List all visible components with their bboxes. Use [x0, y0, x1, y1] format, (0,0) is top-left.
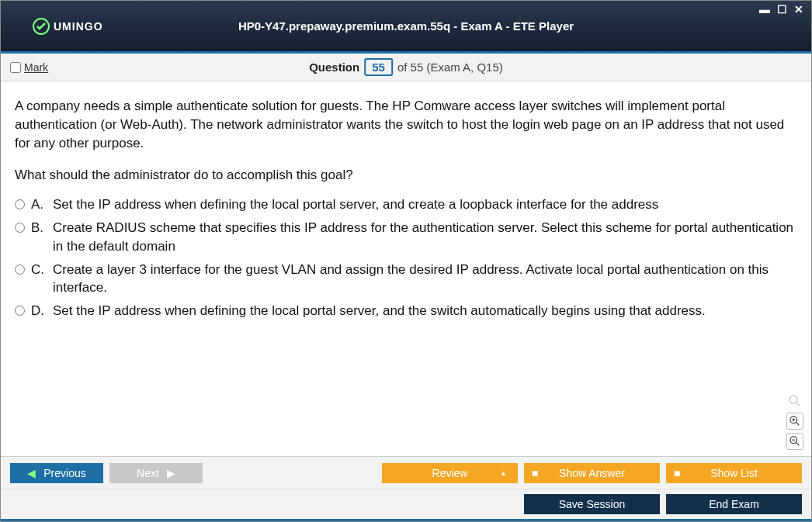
search-icon[interactable]: [786, 392, 803, 410]
mark-label-underline: M: [24, 61, 33, 74]
option-c-radio[interactable]: [15, 264, 25, 275]
option-a[interactable]: A.Set the IP address when defining the l…: [15, 195, 797, 214]
close-icon[interactable]: ✕: [793, 4, 805, 15]
footer-session: Save Session End Exam: [1, 489, 811, 521]
square-icon: ■: [674, 467, 680, 479]
toolbar: Mark Question 55 of 55 (Exam A, Q15): [1, 54, 811, 81]
mark-checkbox[interactable]: Mark: [10, 61, 48, 74]
square-icon: ■: [532, 467, 538, 479]
zoom-in-icon[interactable]: [786, 413, 803, 430]
footer-nav: ◀Previous Next▶ Review▲ ■Show Answer ■Sh…: [1, 456, 811, 489]
window-title: HP0-Y47.prepaway.premium.exam.55q - Exam…: [238, 19, 574, 33]
option-d[interactable]: D.Set the IP address when defining the l…: [15, 302, 797, 320]
next-button[interactable]: Next▶: [109, 463, 203, 483]
content-area: A company needs a simple authenticate so…: [1, 81, 811, 456]
option-a-radio[interactable]: [15, 199, 25, 209]
svg-line-2: [796, 403, 800, 406]
option-d-radio[interactable]: [15, 306, 25, 316]
question-prompt: A company needs a simple authenticate so…: [15, 97, 797, 152]
question-indicator: Question 55 of 55 (Exam A, Q15): [309, 58, 503, 76]
svg-line-4: [796, 423, 800, 426]
zoom-out-icon[interactable]: [786, 433, 803, 450]
chevron-left-icon: ◀: [27, 467, 36, 479]
question-total: of 55 (Exam A, Q15): [397, 60, 503, 74]
window-controls: ▬ ☐ ✕: [758, 4, 805, 15]
option-b[interactable]: B.Create RADIUS scheme that specifies th…: [15, 219, 797, 256]
zoom-tools: [786, 392, 803, 450]
review-button[interactable]: Review▲: [382, 463, 518, 483]
mark-label-rest: ark: [33, 61, 48, 74]
mark-checkbox-input[interactable]: [10, 62, 21, 73]
question-text: What should the administrator do to acco…: [15, 166, 797, 185]
triangle-up-icon: ▲: [500, 469, 507, 477]
show-list-button[interactable]: ■Show List: [666, 463, 802, 483]
logo-check-icon: [32, 17, 50, 36]
maximize-icon[interactable]: ☐: [776, 4, 788, 15]
show-answer-button[interactable]: ■Show Answer: [524, 463, 660, 483]
option-c[interactable]: C.Create a layer 3 interface for the gue…: [15, 261, 797, 298]
svg-point-1: [789, 396, 797, 403]
options-list: A.Set the IP address when defining the l…: [15, 195, 797, 320]
question-number-box: 55: [364, 58, 393, 76]
option-b-radio[interactable]: [15, 223, 25, 233]
titlebar: UMINGO HP0-Y47.prepaway.premium.exam.55q…: [1, 1, 811, 54]
chevron-right-icon: ▶: [167, 467, 175, 479]
svg-line-8: [796, 443, 800, 446]
end-exam-button[interactable]: End Exam: [666, 494, 802, 514]
logo: UMINGO: [32, 17, 103, 36]
question-word: Question: [309, 60, 359, 74]
minimize-icon[interactable]: ▬: [758, 4, 771, 15]
previous-button[interactable]: ◀Previous: [10, 463, 103, 483]
logo-text: UMINGO: [54, 20, 103, 33]
save-session-button[interactable]: Save Session: [524, 494, 660, 514]
